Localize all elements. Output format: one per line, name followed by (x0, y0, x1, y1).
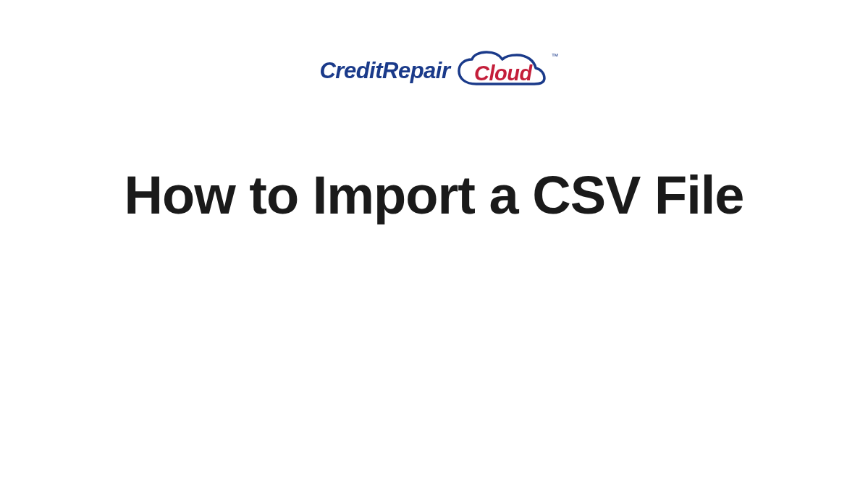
logo-cloud-wrapper: Cloud ™ (455, 49, 549, 93)
page-title: How to Import a CSV File (43, 163, 825, 228)
logo-text-credit-repair: CreditRepair (319, 58, 450, 84)
trademark-symbol: ™ (552, 52, 559, 60)
logo-text-cloud: Cloud (474, 62, 532, 85)
brand-logo: CreditRepair Cloud ™ (319, 49, 548, 93)
